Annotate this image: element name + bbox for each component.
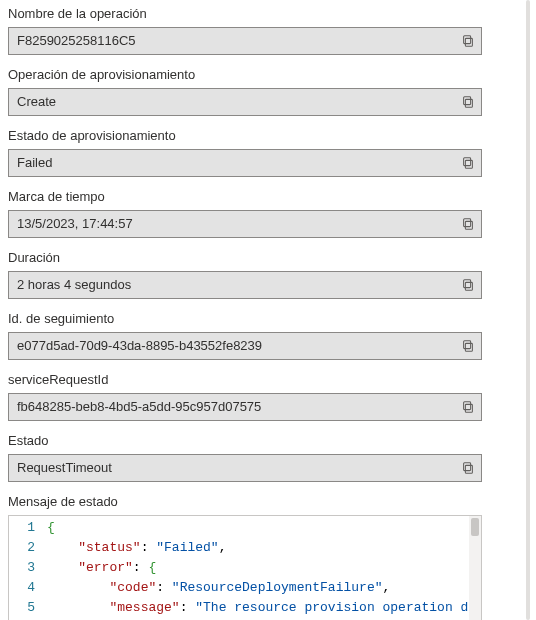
copy-icon[interactable]	[461, 400, 475, 414]
field-value-text: RequestTimeout	[17, 459, 455, 477]
field-value-row: Create	[8, 88, 482, 116]
code-content[interactable]: { "status": "Failed", "error": { "code":…	[41, 516, 469, 620]
page-scrollbar[interactable]	[526, 0, 530, 620]
field-service-request-id: serviceRequestId fb648285-beb8-4bd5-a5dd…	[8, 370, 482, 421]
copy-icon[interactable]	[461, 156, 475, 170]
svg-rect-1	[464, 36, 471, 44]
field-value-row: fb648285-beb8-4bd5-a5dd-95c957d07575	[8, 393, 482, 421]
copy-icon[interactable]	[461, 278, 475, 292]
field-label: Mensaje de estado	[8, 492, 482, 511]
svg-rect-11	[464, 341, 471, 349]
field-value-row: F8259025258116C5	[8, 27, 482, 55]
code-scrollbar-thumb[interactable]	[471, 518, 479, 536]
field-value-text: 13/5/2023, 17:44:57	[17, 215, 455, 233]
copy-icon[interactable]	[461, 339, 475, 353]
field-value-text: 2 horas 4 segundos	[17, 276, 455, 294]
field-label: Nombre de la operación	[8, 4, 482, 23]
svg-rect-14	[465, 465, 472, 473]
field-value-text: e077d5ad-70d9-43da-8895-b43552fe8239	[17, 337, 455, 355]
svg-rect-2	[465, 99, 472, 107]
operation-details-panel: Nombre de la operación F8259025258116C5 …	[0, 0, 500, 620]
field-value-row: e077d5ad-70d9-43da-8895-b43552fe8239	[8, 332, 482, 360]
field-label: Estado de aprovisionamiento	[8, 126, 482, 145]
svg-rect-10	[465, 343, 472, 351]
code-scrollbar[interactable]	[469, 516, 481, 620]
svg-rect-5	[464, 158, 471, 166]
field-tracking-id: Id. de seguimiento e077d5ad-70d9-43da-88…	[8, 309, 482, 360]
field-value-text: Create	[17, 93, 455, 111]
field-label: Marca de tiempo	[8, 187, 482, 206]
svg-rect-15	[464, 463, 471, 471]
copy-icon[interactable]	[461, 461, 475, 475]
status-message-code[interactable]: 1234567 { "status": "Failed", "error": {…	[8, 515, 482, 620]
field-provisioning-operation: Operación de aprovisionamiento Create	[8, 65, 482, 116]
svg-rect-4	[465, 160, 472, 168]
field-label: serviceRequestId	[8, 370, 482, 389]
field-status: Estado RequestTimeout	[8, 431, 482, 482]
svg-rect-7	[464, 219, 471, 227]
copy-icon[interactable]	[461, 34, 475, 48]
field-value-text: F8259025258116C5	[17, 32, 455, 50]
field-status-message: Mensaje de estado 1234567 { "status": "F…	[8, 492, 482, 620]
svg-rect-12	[465, 404, 472, 412]
svg-rect-3	[464, 97, 471, 105]
code-line-numbers: 1234567	[9, 516, 41, 620]
svg-rect-13	[464, 402, 471, 410]
field-value-text: Failed	[17, 154, 455, 172]
field-label: Id. de seguimiento	[8, 309, 482, 328]
field-value-row: RequestTimeout	[8, 454, 482, 482]
svg-rect-6	[465, 221, 472, 229]
field-value-row: Failed	[8, 149, 482, 177]
copy-icon[interactable]	[461, 95, 475, 109]
field-operation-name: Nombre de la operación F8259025258116C5	[8, 4, 482, 55]
field-label: Estado	[8, 431, 482, 450]
field-value-text: fb648285-beb8-4bd5-a5dd-95c957d07575	[17, 398, 455, 416]
field-value-row: 13/5/2023, 17:44:57	[8, 210, 482, 238]
field-provisioning-state: Estado de aprovisionamiento Failed	[8, 126, 482, 177]
svg-rect-8	[465, 282, 472, 290]
svg-rect-9	[464, 280, 471, 288]
field-duration: Duración 2 horas 4 segundos	[8, 248, 482, 299]
svg-rect-0	[465, 38, 472, 46]
field-label: Operación de aprovisionamiento	[8, 65, 482, 84]
field-value-row: 2 horas 4 segundos	[8, 271, 482, 299]
field-timestamp: Marca de tiempo 13/5/2023, 17:44:57	[8, 187, 482, 238]
field-label: Duración	[8, 248, 482, 267]
copy-icon[interactable]	[461, 217, 475, 231]
